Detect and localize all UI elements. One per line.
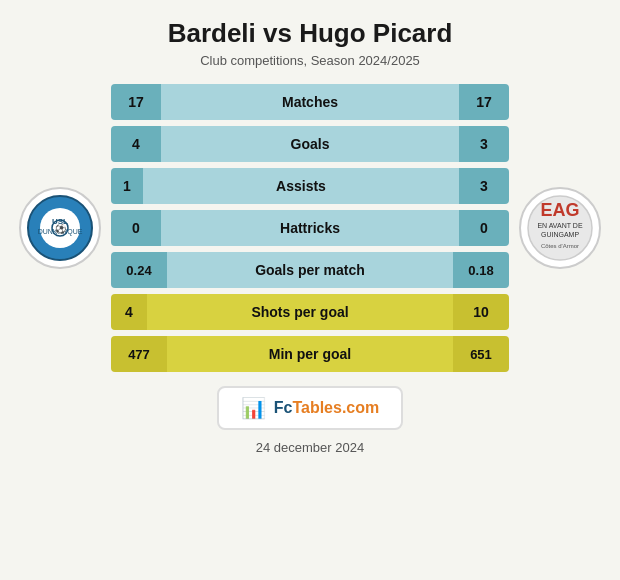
- footer-date: 24 december 2024: [256, 440, 364, 455]
- stat-row-min-per-goal: 477 Min per goal 651: [111, 336, 509, 372]
- matches-right-val: 17: [459, 84, 509, 120]
- page-title: Bardeli vs Hugo Picard: [168, 18, 453, 49]
- assists-label: Assists: [143, 168, 459, 204]
- svg-text:⚽: ⚽: [55, 223, 67, 235]
- right-team-logo: EAG EN AVANT DE GUINGAMP Côtes d'Armor: [515, 187, 605, 269]
- shots-per-goal-label: Shots per goal: [147, 294, 453, 330]
- watermark-area: 📊 FcTables.com: [217, 386, 404, 430]
- hattricks-left-val: 0: [111, 210, 161, 246]
- comparison-section: USL DUNKERQUE ⚽ 17 Matches 17 4 Goals 3: [15, 84, 605, 372]
- assists-right-val: 3: [459, 168, 509, 204]
- stat-row-hattricks: 0 Hattricks 0: [111, 210, 509, 246]
- min-per-goal-label: Min per goal: [167, 336, 453, 372]
- matches-left-val: 17: [111, 84, 161, 120]
- right-logo-circle: EAG EN AVANT DE GUINGAMP Côtes d'Armor: [519, 187, 601, 269]
- goals-left-val: 4: [111, 126, 161, 162]
- min-per-goal-right-val: 651: [453, 336, 509, 372]
- stats-column: 17 Matches 17 4 Goals 3 1 Assists 3 0 Ha…: [111, 84, 509, 372]
- page-wrapper: Bardeli vs Hugo Picard Club competitions…: [0, 0, 620, 580]
- svg-text:Côtes d'Armor: Côtes d'Armor: [541, 243, 579, 249]
- matches-label: Matches: [161, 84, 459, 120]
- page-subtitle: Club competitions, Season 2024/2025: [200, 53, 420, 68]
- hattricks-label: Hattricks: [161, 210, 459, 246]
- goals-right-val: 3: [459, 126, 509, 162]
- min-per-goal-left-val: 477: [111, 336, 167, 372]
- stat-row-shots-per-goal: 4 Shots per goal 10: [111, 294, 509, 330]
- goals-per-match-right-val: 0.18: [453, 252, 509, 288]
- goals-per-match-label: Goals per match: [167, 252, 453, 288]
- watermark-text: FcTables.com: [274, 399, 380, 417]
- assists-left-val: 1: [111, 168, 143, 204]
- stat-row-goals-per-match: 0.24 Goals per match 0.18: [111, 252, 509, 288]
- left-team-logo: USL DUNKERQUE ⚽: [15, 187, 105, 269]
- goals-label: Goals: [161, 126, 459, 162]
- watermark-box: 📊 FcTables.com: [217, 386, 404, 430]
- left-logo-circle: USL DUNKERQUE ⚽: [19, 187, 101, 269]
- goals-per-match-left-val: 0.24: [111, 252, 167, 288]
- usld-logo-svg: USL DUNKERQUE ⚽: [26, 194, 94, 262]
- stat-row-matches: 17 Matches 17: [111, 84, 509, 120]
- stat-row-goals: 4 Goals 3: [111, 126, 509, 162]
- eag-logo-svg: EAG EN AVANT DE GUINGAMP Côtes d'Armor: [526, 194, 594, 262]
- hattricks-right-val: 0: [459, 210, 509, 246]
- watermark-chart-icon: 📊: [241, 396, 266, 420]
- shots-per-goal-left-val: 4: [111, 294, 147, 330]
- svg-text:EAG: EAG: [540, 200, 579, 220]
- svg-text:EN AVANT DE: EN AVANT DE: [537, 222, 582, 229]
- shots-per-goal-right-val: 10: [453, 294, 509, 330]
- stat-row-assists: 1 Assists 3: [111, 168, 509, 204]
- svg-text:GUINGAMP: GUINGAMP: [541, 231, 579, 238]
